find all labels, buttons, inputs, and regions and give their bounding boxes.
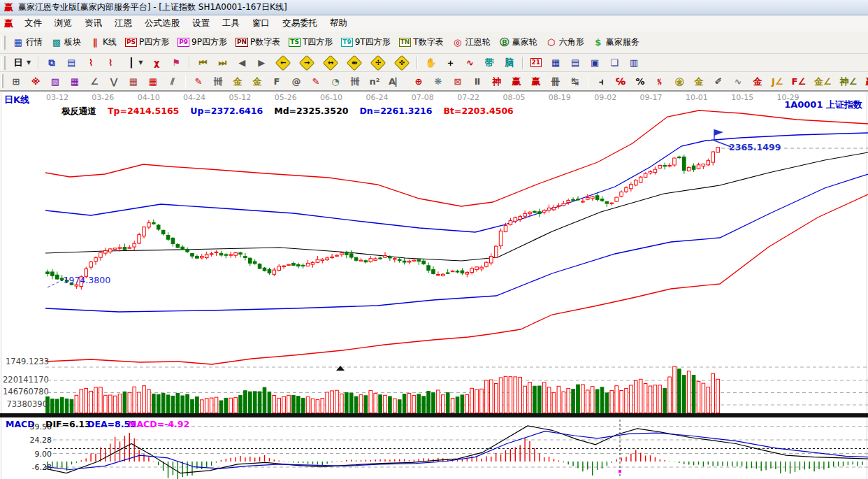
calculator-icon[interactable]: ▦: [547, 55, 565, 70]
grid-red-tool[interactable]: ▦: [124, 74, 143, 89]
ray-fan-tool[interactable]: ※: [27, 74, 45, 89]
wave-9-icon[interactable]: ⌇: [101, 55, 120, 70]
p-square-button[interactable]: PSP四方形: [122, 35, 173, 50]
cycle-circle-tool[interactable]: ◔: [326, 74, 345, 89]
red-pen-tool[interactable]: ✎: [307, 74, 325, 89]
gold-line-tool[interactable]: 金: [690, 74, 708, 89]
gold-fence-tool[interactable]: 金: [229, 74, 247, 89]
bar-scale-tool[interactable]: ⫞: [592, 74, 610, 89]
scroll-left-button[interactable]: ←: [272, 55, 294, 71]
menu-tools[interactable]: 工具: [216, 15, 246, 31]
calendar-icon[interactable]: 21: [527, 57, 546, 69]
first-bar-button[interactable]: ⏮: [194, 55, 212, 70]
color-flag-icon[interactable]: ⚑: [167, 55, 185, 70]
scroll-right-button[interactable]: →: [296, 55, 318, 71]
wave-channel-tool[interactable]: ∿: [729, 74, 747, 89]
spiral-tool[interactable]: @: [287, 74, 305, 89]
menu-window[interactable]: 窗口: [246, 15, 276, 31]
menu-formula-stock-pick[interactable]: 公式选股: [138, 15, 186, 31]
pen-mark-tool[interactable]: ✐: [709, 74, 728, 89]
shen-angle-tool[interactable]: 神∠: [837, 74, 861, 89]
angle-line-tool[interactable]: ∠: [85, 74, 103, 89]
fence-tool[interactable]: 卌: [209, 74, 227, 89]
next-bar-button[interactable]: ▶: [252, 55, 270, 70]
info-list-icon[interactable]: ▤: [62, 55, 80, 70]
gold-angle-tool[interactable]: 金∠: [811, 74, 835, 89]
gann-square-tool[interactable]: ⊞: [7, 74, 25, 89]
winner-service-button[interactable]: $赢家服务: [589, 35, 643, 50]
window-clock-icon[interactable]: ❏: [605, 55, 623, 70]
menu-help[interactable]: 帮助: [324, 15, 354, 31]
percent-line-tool[interactable]: ℅: [612, 74, 630, 89]
red-target-tool[interactable]: ⊕: [410, 74, 428, 89]
quote-button[interactable]: ▦行情: [9, 35, 46, 50]
fence-small-tool[interactable]: 卌: [346, 74, 364, 89]
expand-button[interactable]: ✢: [367, 55, 389, 71]
scroll-both-button[interactable]: ↔: [319, 55, 342, 71]
shen-angle-tool-icon: 神∠: [840, 76, 858, 87]
gann-wheel-button[interactable]: ◎江恩轮: [449, 35, 494, 50]
prev-bar-button[interactable]: ◀: [233, 55, 251, 70]
gann-box-tool[interactable]: ▨: [46, 74, 64, 89]
menu-trade-entrust[interactable]: 交易委托: [276, 15, 324, 31]
f-fence-tool[interactable]: F: [268, 74, 286, 89]
t-square-button[interactable]: TST四方形: [285, 35, 336, 50]
last-bar-button[interactable]: ⏭: [213, 55, 231, 70]
grid-dark-tool[interactable]: ▦: [144, 74, 162, 89]
shen-fence-tool[interactable]: 神: [488, 74, 506, 89]
brush-tool[interactable]: ✎: [189, 74, 208, 89]
workstation-icon[interactable]: ▥: [625, 55, 643, 70]
hand-tool-button[interactable]: ✋: [421, 55, 440, 70]
wave-zoom-icon[interactable]: ∿: [461, 55, 479, 70]
ying-angle-tool[interactable]: 赢∠: [862, 74, 868, 89]
tick-marks-tool[interactable]: Ⅱ: [468, 74, 486, 89]
gold-line2-tool[interactable]: 金: [748, 74, 767, 89]
gann-grid-tool[interactable]: ▦: [66, 74, 84, 89]
pattern-icon[interactable]: ⧉: [43, 55, 61, 70]
n-squared-tool[interactable]: n²: [366, 74, 384, 89]
hexagon-button[interactable]: ⬡六角形: [542, 35, 588, 50]
expand-all-button[interactable]: ✜: [391, 55, 413, 71]
toolbar-grip[interactable]: [1, 74, 3, 88]
h-arrows-tool[interactable]: ↹: [566, 74, 584, 89]
compress-button[interactable]: ⇹: [343, 55, 366, 71]
web-grid-tool[interactable]: ⊠: [449, 74, 467, 89]
winner-wheel-button[interactable]: Ⓑ赢家轮: [496, 35, 541, 50]
fence-wide-tool[interactable]: 冊: [547, 74, 565, 89]
sector-button[interactable]: ▩板块: [48, 35, 85, 50]
ying-fence-tool[interactable]: 赢: [507, 74, 526, 89]
toolbar-grip[interactable]: [1, 36, 6, 50]
menu-news[interactable]: 资讯: [78, 15, 108, 31]
vee-line-tool[interactable]: ⋁: [105, 74, 123, 89]
candle-style-dropdown[interactable]: ⎥▼: [121, 55, 146, 70]
wave-3-icon[interactable]: ⌇: [82, 55, 100, 70]
9t-square-button[interactable]: T99T四方形: [338, 35, 393, 50]
percent-tool[interactable]: %: [631, 74, 649, 89]
gann-band-icon[interactable]: 带: [481, 55, 499, 70]
gann-x-icon[interactable]: χ: [147, 55, 166, 70]
crosshair-button[interactable]: ＋: [442, 55, 460, 70]
gold-fence2-tool[interactable]: 金: [248, 74, 266, 89]
menu-settings[interactable]: 设置: [186, 15, 216, 31]
save-icon[interactable]: ▣: [586, 55, 604, 70]
percent-eq-tool[interactable]: ﹪: [651, 74, 669, 89]
f-angle-tool[interactable]: F∠: [788, 74, 810, 89]
ying-grid-tool[interactable]: 赢: [527, 74, 545, 89]
notepad-icon[interactable]: ▤: [566, 55, 584, 70]
t-number-button[interactable]: TNT数字表: [396, 35, 447, 50]
j-angle-tool[interactable]: J∠: [768, 74, 787, 89]
kline-button[interactable]: ∥K线: [86, 35, 120, 50]
brain-icon[interactable]: 脑: [500, 55, 519, 70]
toolbar-grip[interactable]: [1, 56, 6, 70]
9p-square-button[interactable]: P99P四方形: [174, 35, 231, 50]
menu-gann[interactable]: 江恩: [108, 15, 138, 31]
menu-file[interactable]: 文件: [18, 15, 48, 31]
daily-period-dropdown[interactable]: 日▼: [9, 55, 34, 70]
p-number-button[interactable]: PNP数字表: [232, 35, 284, 50]
menu-browse[interactable]: 浏览: [48, 15, 78, 31]
web-tool[interactable]: ❋: [429, 74, 447, 89]
hatch-tool[interactable]: ⫽: [164, 74, 182, 89]
a-lines-tool[interactable]: A⎸: [385, 74, 408, 89]
period-label[interactable]: 日K线: [4, 95, 29, 104]
gold-circle-tool[interactable]: ㊎: [670, 74, 688, 89]
